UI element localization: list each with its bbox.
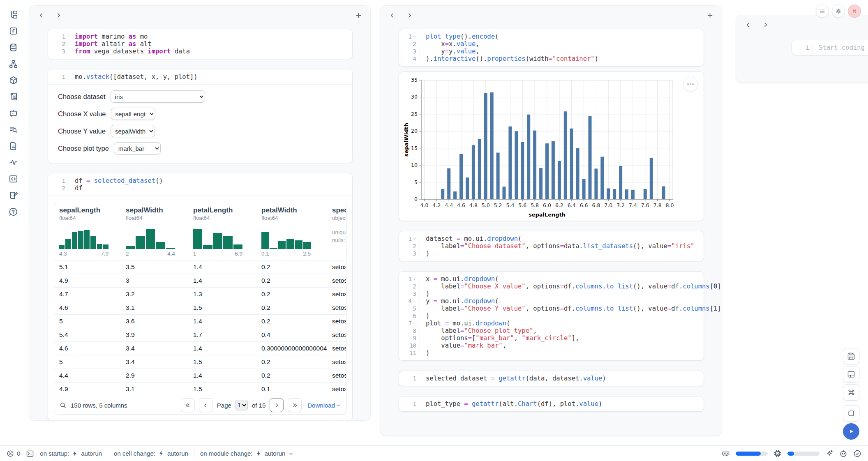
choose-y-value-select[interactable]: sepalWidth — [111, 125, 155, 137]
svg-text:20: 20 — [411, 128, 418, 134]
prev-page-button[interactable] — [199, 398, 213, 412]
search-icon[interactable] — [59, 401, 67, 409]
play-button[interactable] — [843, 423, 859, 440]
chevron-right-icon[interactable] — [404, 10, 415, 21]
code-text: label="Choose dataset", options=data.lis… — [426, 242, 694, 250]
table-row[interactable]: 4.63.11.50.2setosa — [54, 301, 346, 314]
code-text: x = mo.ui.dropdown( — [426, 275, 499, 283]
table-row[interactable]: 53.61.40.2setosa — [54, 314, 346, 328]
table-row[interactable]: 4.931.40.2setosa — [54, 274, 346, 287]
table-row[interactable]: 4.73.21.30.2setosa — [54, 287, 346, 301]
chart-more-button[interactable] — [683, 77, 698, 92]
table-row[interactable]: 4.93.11.50.1setosa — [54, 382, 346, 396]
table-column-header: petalWidthfloat640.12.5 — [256, 202, 327, 260]
chevron-right-icon[interactable] — [53, 10, 64, 21]
table-cell: 0.1 — [256, 385, 327, 393]
chevron-right-icon[interactable] — [760, 19, 771, 30]
on-startup-toggle[interactable]: on startup: autorun — [40, 450, 102, 457]
settings-button[interactable] — [832, 5, 845, 18]
dataframe-cell[interactable]: 1df = selected_dataset()2df sepalLengthf… — [48, 173, 353, 421]
sparkles-icon[interactable] — [825, 449, 833, 458]
add-cell-button[interactable] — [353, 10, 364, 21]
table-row[interactable]: 5.13.51.40.2setosa — [54, 260, 346, 274]
error-indicator[interactable]: 0 — [7, 450, 20, 457]
page-select[interactable]: 1 — [235, 400, 248, 410]
search-list-icon[interactable] — [8, 124, 18, 135]
function-icon[interactable] — [8, 25, 18, 36]
table-cell: setosa — [327, 372, 346, 379]
table-row[interactable]: 4.63.41.40.30000000000000004setosa — [54, 341, 346, 355]
panel-right-header — [736, 15, 868, 34]
on-module-change-toggle[interactable]: on module change: autorun — [200, 450, 294, 457]
line-number: 7 — [399, 320, 420, 327]
chevron-left-icon[interactable] — [36, 10, 46, 21]
save-button[interactable] — [843, 348, 859, 364]
error-circle-icon — [7, 450, 14, 457]
chevron-left-icon[interactable] — [743, 19, 753, 30]
package-icon[interactable] — [8, 75, 18, 85]
table-cell: 5 — [54, 318, 121, 325]
robot-icon[interactable] — [839, 449, 847, 458]
database-icon[interactable] — [8, 42, 18, 53]
script-icon[interactable] — [8, 91, 18, 102]
code-line: 5 label="Choose Y value", options=df.col… — [399, 305, 704, 312]
table-header: sepalLengthfloat644.37.9sepalWidthfloat6… — [54, 202, 346, 260]
activity-icon[interactable] — [8, 157, 18, 168]
code-line: 1dataset = mo.ui.dropdown( — [399, 235, 704, 242]
code-line: 2import altair as alt — [48, 40, 352, 48]
dataset-dropdown-cell[interactable]: 1dataset = mo.ui.dropdown(2 label="Choos… — [399, 231, 704, 261]
first-page-button[interactable] — [181, 398, 195, 412]
histogram-range: 16.9 — [193, 251, 242, 257]
table-cell: 0.2 — [256, 263, 327, 271]
table-column-header: sepalWidthfloat6424.4 — [121, 202, 188, 260]
cpu-meter — [787, 452, 820, 456]
next-page-button[interactable] — [270, 398, 284, 412]
chat-bot-icon[interactable] — [8, 108, 18, 118]
layout-button[interactable] — [843, 366, 859, 383]
panel-middle: 1plot_type().encode(2 x=x.value,3 y=y.va… — [380, 5, 722, 436]
vstack-cell[interactable]: 1mo.vstack([dataset, x, y, plot]) Choose… — [48, 69, 353, 163]
help-icon[interactable] — [8, 206, 18, 217]
table-cell: 0.2 — [256, 290, 327, 298]
on-cell-change-toggle[interactable]: on cell change: autorun — [114, 450, 188, 457]
close-button[interactable] — [848, 5, 861, 18]
choose-plot-type-select[interactable]: mark_bar — [114, 142, 161, 154]
code-line: 2 label="Choose X value", options=df.col… — [399, 283, 704, 290]
document-icon[interactable] — [8, 141, 18, 151]
command-button[interactable] — [843, 384, 859, 401]
line-number: 1 — [48, 177, 69, 184]
code-block-icon[interactable] — [8, 173, 18, 184]
terminal-icon[interactable] — [26, 449, 34, 458]
plot-code-cell[interactable]: 1plot_type().encode(2 x=x.value,3 y=y.va… — [399, 29, 704, 67]
table-row[interactable]: 4.42.91.40.2setosa — [54, 369, 346, 382]
plot-type-cell[interactable]: 1plot_type = getattr(alt.Chart(df), plot… — [399, 396, 704, 412]
divider — [108, 449, 108, 458]
last-page-button[interactable] — [288, 398, 302, 412]
table-cell: 4.9 — [54, 277, 121, 284]
choose-dataset-select[interactable]: iris — [111, 90, 205, 103]
table-row[interactable]: 5.43.91.70.4setosa — [54, 328, 346, 341]
chart-output[interactable]: 4.04.24.44.64.85.05.25.45.65.86.06.26.46… — [399, 71, 704, 221]
download-button[interactable]: Download — [307, 402, 341, 409]
code-text: df = selected_dataset() — [75, 177, 163, 184]
menu-button[interactable] — [816, 5, 829, 18]
connection-check-icon[interactable] — [853, 449, 861, 458]
code-text: plot_type().encode( — [426, 33, 499, 40]
notebook-icon[interactable] — [8, 190, 18, 201]
choose-x-value-select[interactable]: sepalLength — [111, 108, 155, 120]
imports-cell[interactable]: 1import marimo as mo2import altair as al… — [48, 29, 353, 59]
add-cell-button[interactable] — [704, 10, 715, 21]
square-button[interactable] — [843, 405, 859, 422]
table-row[interactable]: 53.41.50.2setosa — [54, 355, 346, 369]
table-cell: 5 — [54, 358, 121, 366]
chevron-left-icon[interactable] — [387, 10, 397, 21]
mind-map-icon[interactable] — [8, 58, 18, 69]
table-cell: 1.7 — [188, 331, 256, 339]
file-tree-icon[interactable] — [8, 9, 18, 20]
empty-code-cell[interactable]: 1 Start coding or generate with AI — [792, 40, 868, 55]
code-line: 1plot_type().encode( — [399, 33, 704, 40]
table-cell: 4.7 — [54, 290, 121, 298]
selected-dataset-cell[interactable]: 1selected_dataset = getattr(data, datase… — [399, 371, 704, 386]
table-cell: 1.4 — [188, 263, 256, 271]
xy-plot-dropdowns-cell[interactable]: 1x = mo.ui.dropdown(2 label="Choose X va… — [399, 271, 704, 361]
